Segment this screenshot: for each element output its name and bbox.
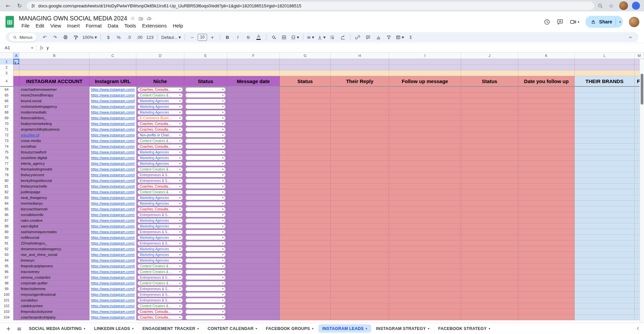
cell-L89[interactable] [575, 229, 635, 235]
instagram-url-link[interactable]: https://www.instagram.com/theproductivit… [91, 310, 135, 314]
cell-D93[interactable]: Marketing Agencies▾ [136, 252, 184, 258]
cell-K68[interactable] [518, 110, 575, 115]
cell-G96[interactable] [280, 269, 331, 275]
niche-dropdown[interactable]: Marketing Agencies▾ [138, 110, 183, 115]
cell-E78[interactable]: ▾ [184, 166, 227, 172]
cell-C72[interactable]: https://www.instagram.com/eduzillen.id [89, 132, 136, 138]
instagram-url-link[interactable]: https://www.instagram.com/soulshine.digi… [91, 156, 135, 160]
row-header-104[interactable]: 104 [0, 315, 13, 320]
cell-A64[interactable] [13, 87, 19, 92]
instagram-url-link[interactable]: https://www.instagram.com/move2mendthera… [91, 93, 135, 97]
cell-A67[interactable] [13, 104, 19, 110]
column-header-l[interactable]: L [575, 53, 635, 59]
insert-link-button[interactable] [353, 33, 363, 41]
niche-dropdown[interactable]: Marketing Agencies▾ [138, 196, 183, 200]
cell-H99[interactable] [331, 286, 389, 292]
sheet-tab-content-calendar[interactable]: CONTENT CALENDAR▾ [204, 324, 261, 333]
menus-search-button[interactable]: Menus [9, 33, 37, 42]
create-filter-button[interactable] [384, 33, 394, 41]
cell-B98[interactable]: corporate.quitter [19, 280, 89, 286]
instagram-url-link[interactable]: https://www.instagram.com/neat_theagency [91, 196, 135, 200]
instagram-url-link[interactable]: https://www.instagram.com/inacoveney [91, 270, 135, 274]
header-message-date[interactable]: Message date [227, 76, 280, 87]
cell-C64[interactable]: https://www.instagram.com/coachadriennew… [89, 87, 136, 92]
row-header-83[interactable]: 83 [0, 195, 13, 201]
cell-F101[interactable] [227, 297, 280, 303]
instagram-url-link[interactable]: https://www.instagram.com/mormedianyc [91, 201, 135, 205]
cell-D71[interactable]: Coaches, Consulta...▾ [136, 127, 184, 132]
cell-C91[interactable]: https://www.instagram.com/22marketingco_ [89, 241, 136, 246]
status-dropdown[interactable]: ▾ [186, 275, 226, 280]
row-header-102[interactable]: 102 [0, 303, 13, 309]
cell-G98[interactable] [280, 280, 331, 286]
cell-F88[interactable] [227, 223, 280, 229]
niche-dropdown[interactable]: Marketing Agencies▾ [138, 224, 183, 228]
cell-D76[interactable]: Marketing Agencies▾ [136, 155, 184, 161]
row-header-82[interactable]: 82 [0, 189, 13, 195]
sheet-tab-facebook-strategy[interactable]: FACEBOOK STRATEGY▾ [434, 324, 495, 333]
cell-A94[interactable] [13, 258, 19, 263]
cell-F86[interactable] [227, 212, 280, 218]
cell-H92[interactable] [331, 246, 389, 252]
cell-D73[interactable]: Content Creators & ...▾ [136, 138, 184, 144]
cell-C74[interactable]: https://www.instagram.com/socialhan [89, 144, 136, 149]
status-dropdown[interactable]: ▾ [186, 241, 226, 246]
merge-cells-button[interactable]: ▾ [289, 33, 301, 41]
cell-A82[interactable] [13, 189, 19, 195]
cell-G104[interactable] [280, 315, 331, 320]
cell-H69[interactable] [331, 115, 389, 121]
cell-D70[interactable]: Coaches, Consulta...▾ [136, 121, 184, 127]
status-dropdown[interactable]: ▾ [186, 270, 226, 274]
cell-K91[interactable] [518, 241, 575, 246]
cell-F70[interactable] [227, 121, 280, 127]
cell-G93[interactable] [280, 252, 331, 258]
cell-F3[interactable] [227, 70, 280, 76]
row-header-94[interactable]: 94 [0, 258, 13, 263]
cell-H72[interactable] [331, 132, 389, 138]
cell-I72[interactable] [389, 132, 461, 138]
niche-dropdown[interactable]: Coaches, Consulta...▾ [138, 127, 183, 132]
cell-A78[interactable] [13, 166, 19, 172]
star-icon[interactable]: ☆ [130, 15, 135, 21]
cell-E82[interactable]: ▾ [184, 189, 227, 195]
niche-dropdown[interactable]: Marketing Agencies▾ [138, 247, 183, 251]
cell-A86[interactable] [13, 212, 19, 218]
cell-I89[interactable] [389, 229, 461, 235]
cell-K73[interactable] [518, 138, 575, 144]
cell-A85[interactable] [13, 206, 19, 212]
meet-button[interactable]: ▾ [570, 18, 579, 25]
cell-I81[interactable] [389, 184, 461, 189]
cell-E77[interactable]: ▾ [184, 161, 227, 166]
cell-J100[interactable] [461, 292, 518, 297]
header-their-brands[interactable]: THEIR BRANDS [575, 76, 635, 87]
cell-G66[interactable] [280, 98, 331, 104]
status-dropdown[interactable]: ▾ [186, 287, 226, 291]
comments-icon[interactable] [557, 18, 564, 25]
text-color-button[interactable]: A [254, 33, 264, 41]
cell-I65[interactable] [389, 92, 461, 98]
scroll-tabs-button[interactable] [636, 326, 641, 331]
cell-C1[interactable] [89, 59, 136, 65]
sheet-tab-facebook-groups[interactable]: FACEBOOK GROUPS▾ [262, 324, 317, 333]
menu-insert[interactable]: Insert [64, 22, 82, 29]
cell-H91[interactable] [331, 241, 389, 246]
status-dropdown[interactable]: ▾ [186, 310, 226, 314]
cell-G70[interactable] [280, 121, 331, 127]
cell-L76[interactable] [575, 155, 635, 161]
font-select[interactable]: Defaul... ▾ [160, 33, 182, 41]
cell-H2[interactable] [331, 65, 389, 70]
cell-F75[interactable] [227, 149, 280, 155]
cell-C104[interactable]: https://www.instagram.com/coachesandcomp… [89, 315, 136, 320]
instagram-url-link[interactable]: https://www.instagram.com/thepodcastplan… [91, 264, 135, 268]
cell-C78[interactable]: https://www.instagram.com/themarketingmo… [89, 166, 136, 172]
cell-D77[interactable]: Marketing Agencies▾ [136, 161, 184, 166]
cell-L64[interactable] [575, 87, 635, 92]
niche-dropdown[interactable]: Coaches, Consulta...▾ [138, 184, 183, 189]
niche-dropdown[interactable]: Coaches, Consulta...▾ [138, 310, 183, 314]
cell-G69[interactable] [280, 115, 331, 121]
status-dropdown[interactable]: ▾ [186, 184, 226, 189]
row-header-93[interactable]: 93 [0, 252, 13, 258]
cell-C90[interactable]: https://www.instagram.com/nofiltrsocial [89, 235, 136, 241]
cell-E89[interactable]: ▾ [184, 229, 227, 235]
status-dropdown[interactable]: ▾ [186, 167, 226, 172]
